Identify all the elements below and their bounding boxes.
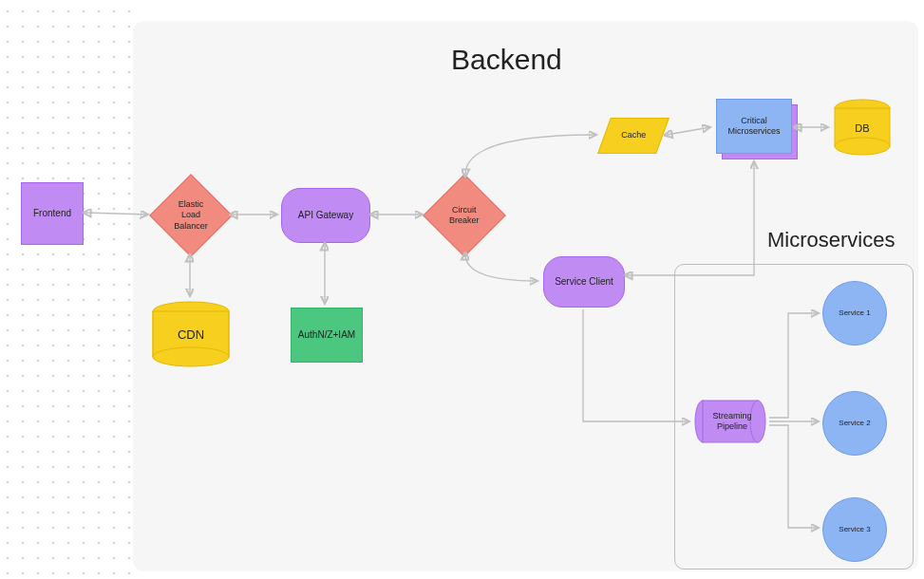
- label-service1: Service 1: [839, 308, 870, 318]
- label-db: DB: [855, 122, 869, 136]
- label-cdn: CDN: [178, 327, 204, 343]
- label-streaming-wrap: Streaming Pipeline: [697, 399, 767, 444]
- label-streaming: Streaming Pipeline: [712, 411, 751, 433]
- label-frontend: Frontend: [33, 208, 71, 220]
- microservices-title: Microservices: [767, 228, 895, 252]
- diagram-canvas: Backend Microservices Frontend Elastic L…: [0, 0, 924, 579]
- node-service2[interactable]: Service 2: [822, 391, 887, 456]
- node-critical-ms[interactable]: Critical Microservices: [716, 99, 792, 154]
- label-authn: AuthN/Z+IAM: [298, 329, 355, 342]
- label-cdn-wrap: CDN: [150, 304, 232, 366]
- label-api-gateway: API Gateway: [298, 210, 353, 222]
- node-service-client[interactable]: Service Client: [543, 256, 625, 308]
- label-elastic-lb: Elastic Load Balancer: [174, 199, 208, 232]
- node-api-gateway[interactable]: API Gateway: [281, 188, 370, 243]
- node-service3[interactable]: Service 3: [822, 497, 887, 562]
- label-service-client: Service Client: [555, 276, 613, 289]
- backend-title: Backend: [451, 44, 562, 76]
- label-service2: Service 2: [839, 419, 870, 428]
- label-service3: Service 3: [839, 525, 870, 534]
- node-service1[interactable]: Service 1: [822, 281, 887, 346]
- node-authn[interactable]: AuthN/Z+IAM: [291, 308, 363, 363]
- label-circuit-breaker: Circuit Breaker: [449, 205, 480, 227]
- node-frontend[interactable]: Frontend: [21, 182, 84, 245]
- label-db-wrap: DB: [832, 104, 893, 154]
- dotted-background: [0, 0, 133, 579]
- label-critical-ms: Critical Microservices: [727, 116, 780, 138]
- label-cache: Cache: [621, 130, 646, 140]
